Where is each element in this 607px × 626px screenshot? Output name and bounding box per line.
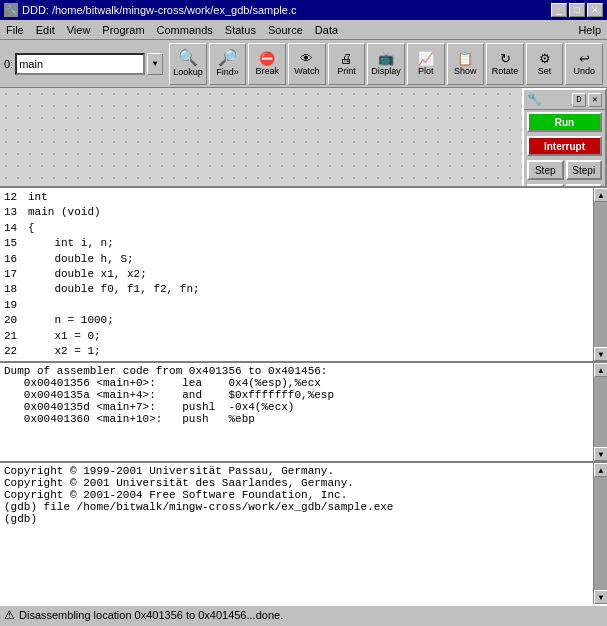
console-line: Copyright © 2001 Universität des Saarlan…: [4, 477, 591, 489]
main-area: 🔧 D ✕ Run Interrupt Step Stepi Next Next…: [0, 88, 607, 604]
watch-label: Watch: [294, 66, 319, 76]
line-content: x2 = 1;: [28, 344, 101, 359]
line-number: 22: [4, 344, 24, 359]
source-line: 12int: [4, 190, 591, 205]
plot-label: Plot: [418, 66, 434, 76]
toolbar: 0: ▼ 🔍 Lookup 🔎 Find» ⛔ Break 👁 Watch 🖨 …: [0, 40, 607, 88]
menu-help[interactable]: Help: [572, 22, 607, 38]
input-group: 0: ▼: [4, 53, 163, 75]
toolbar-set-button[interactable]: ⚙ Set: [526, 43, 564, 85]
toolbar-show-button[interactable]: 📋 Show: [447, 43, 485, 85]
line-content: double x1, x2;: [28, 267, 147, 282]
source-code: 12int13main (void)14{15 int i, n;16 doub…: [4, 190, 591, 363]
asm-scroll-track[interactable]: [594, 377, 607, 447]
toolbar-plot-button[interactable]: 📈 Plot: [407, 43, 445, 85]
toolbar-break-button[interactable]: ⛔ Break: [248, 43, 286, 85]
stepi-button[interactable]: Stepi: [566, 160, 603, 180]
console-line: Copyright © 2001-2004 Free Software Foun…: [4, 489, 591, 501]
status-bar: ⚠ Disassembling location 0x401356 to 0x4…: [0, 604, 607, 624]
toolbar-find-button[interactable]: 🔎 Find»: [209, 43, 247, 85]
line-number: 14: [4, 221, 24, 236]
line-content: n = 1000;: [28, 313, 114, 328]
print-label: Print: [337, 66, 356, 76]
asm-scroll-down[interactable]: ▼: [594, 447, 607, 461]
line-number: 17: [4, 267, 24, 282]
toolbar-rotate-button[interactable]: ↻ Rotate: [486, 43, 524, 85]
step-button[interactable]: Step: [527, 160, 564, 180]
toolbar-watch-button[interactable]: 👁 Watch: [288, 43, 326, 85]
asm-line: 0x0040135d <main+7>: pushl -0x4(%ecx): [4, 401, 591, 413]
source-line: 18 double f0, f1, f2, fn;: [4, 282, 591, 297]
show-label: Show: [454, 66, 477, 76]
find-label: Find»: [216, 67, 239, 77]
assembly-area: Dump of assembler code from 0x401356 to …: [0, 363, 607, 463]
console-line: (gdb): [4, 513, 591, 525]
run-button[interactable]: Run: [527, 112, 602, 132]
panel-detach-button[interactable]: D: [572, 93, 586, 107]
menu-status[interactable]: Status: [219, 22, 262, 38]
title-bar-buttons: _ □ ✕: [551, 3, 603, 17]
source-scrollbar[interactable]: ▲ ▼: [593, 188, 607, 361]
show-icon: 📋: [457, 52, 473, 65]
print-icon: 🖨: [340, 52, 353, 65]
console-scrollbar[interactable]: ▲ ▼: [593, 463, 607, 604]
menu-edit[interactable]: Edit: [30, 22, 61, 38]
lookup-icon: 🔍: [178, 50, 198, 66]
watch-icon: 👁: [300, 52, 313, 65]
asm-scrollbar[interactable]: ▲ ▼: [593, 363, 607, 461]
asm-line: 0x00401360 <main+10>: push %ebp: [4, 413, 591, 425]
menu-view[interactable]: View: [61, 22, 97, 38]
console-scroll-up[interactable]: ▲: [594, 463, 607, 477]
asm-line: 0x0040135a <main+4>: and $0xfffffff0,%es…: [4, 389, 591, 401]
toolbar-print-button[interactable]: 🖨 Print: [328, 43, 366, 85]
interrupt-button[interactable]: Interrupt: [527, 136, 602, 156]
control-panel: 🔧 D ✕ Run Interrupt Step Stepi Next Next…: [522, 88, 607, 188]
menu-source[interactable]: Source: [262, 22, 309, 38]
set-label: Set: [538, 66, 552, 76]
toolbar-display-button[interactable]: 📺 Display: [367, 43, 405, 85]
close-button[interactable]: ✕: [587, 3, 603, 17]
minimize-button[interactable]: _: [551, 3, 567, 17]
source-line: 21 x1 = 0;: [4, 329, 591, 344]
rotate-icon: ↻: [500, 52, 511, 65]
toolbar-lookup-button[interactable]: 🔍 Lookup: [169, 43, 207, 85]
break-icon: ⛔: [259, 52, 275, 65]
source-scroll-down[interactable]: ▼: [594, 347, 607, 361]
source-scroll-up[interactable]: ▲: [594, 188, 607, 202]
menu-data[interactable]: Data: [309, 22, 344, 38]
source-scroll-track[interactable]: [594, 202, 607, 347]
set-icon: ⚙: [539, 52, 551, 65]
line-number: 12: [4, 190, 24, 205]
panel-app-icon: 🔧: [527, 92, 542, 107]
line-number: 19: [4, 298, 24, 313]
console-area: Copyright © 1999-2001 Universität Passau…: [0, 463, 607, 604]
input-dropdown[interactable]: ▼: [147, 53, 163, 75]
source-line: 14{: [4, 221, 591, 236]
line-content: {: [28, 221, 35, 236]
maximize-button[interactable]: □: [569, 3, 585, 17]
source-line: 19: [4, 298, 591, 313]
console-scroll-down[interactable]: ▼: [594, 590, 607, 604]
line-content: double f0, f1, f2, fn;: [28, 282, 200, 297]
display-label: Display: [371, 66, 401, 76]
title-bar-left: 🔧 DDD: /home/bitwalk/mingw-cross/work/ex…: [4, 3, 296, 17]
menu-commands[interactable]: Commands: [151, 22, 219, 38]
source-line: 15 int i, n;: [4, 236, 591, 251]
step-row: Step Stepi: [524, 158, 605, 182]
line-content: main (void): [28, 205, 101, 220]
menu-file[interactable]: File: [0, 22, 30, 38]
console-scroll-track[interactable]: [594, 477, 607, 590]
expression-input[interactable]: [15, 53, 145, 75]
asm-scroll-up[interactable]: ▲: [594, 363, 607, 377]
status-icon: ⚠: [4, 608, 15, 622]
toolbar-undo-button[interactable]: ↩ Undo: [565, 43, 603, 85]
canvas-area: 🔧 D ✕ Run Interrupt Step Stepi Next Next…: [0, 88, 607, 188]
plot-icon: 📈: [418, 52, 434, 65]
control-panel-title: 🔧 D ✕: [524, 90, 605, 110]
panel-close-button[interactable]: ✕: [588, 93, 602, 107]
window-title: DDD: /home/bitwalk/mingw-cross/work/ex_g…: [22, 4, 296, 16]
menu-program[interactable]: Program: [96, 22, 150, 38]
source-line: 20 n = 1000;: [4, 313, 591, 328]
assembly-code: Dump of assembler code from 0x401356 to …: [4, 365, 591, 425]
line-content: double h, S;: [28, 252, 134, 267]
